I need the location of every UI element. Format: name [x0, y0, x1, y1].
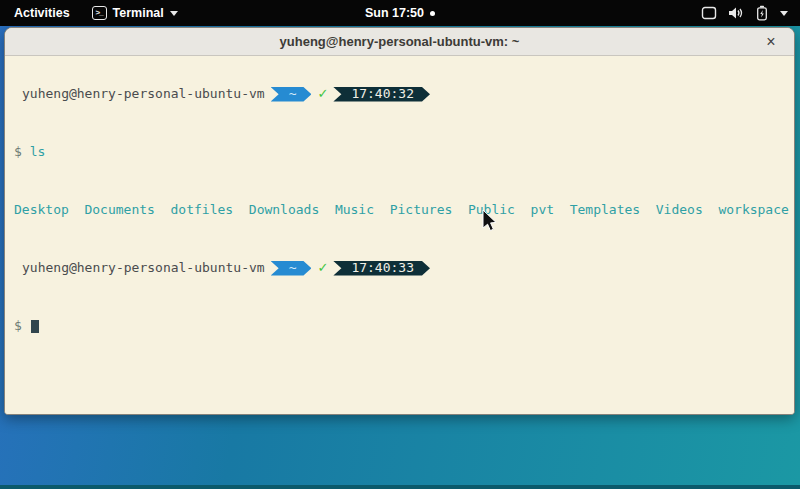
terminal-app-icon: >_: [92, 6, 107, 20]
window-titlebar[interactable]: yuheng@henry-personal-ubuntu-vm: ~ ×: [5, 28, 794, 56]
prompt-time-segment: 17:40:33: [333, 261, 430, 276]
notification-dot-icon: [430, 11, 435, 16]
prompt-time-segment: 17:40:32: [333, 87, 430, 102]
text-cursor: [31, 320, 39, 333]
clock-button[interactable]: Sun 17:50: [365, 6, 424, 20]
desktop-bottom-edge: [0, 485, 800, 489]
terminal-content[interactable]: yuheng@henry-personal-ubuntu-vm ~ ✓ 17:4…: [5, 56, 794, 415]
prompt-line: yuheng@henry-personal-ubuntu-vm ~ ✓ 17:4…: [14, 261, 792, 276]
prompt-path-segment: ~: [271, 87, 312, 102]
prompt-char: $: [14, 319, 22, 334]
activities-label: Activities: [14, 6, 70, 20]
volume-icon: [728, 6, 744, 20]
terminal-window: yuheng@henry-personal-ubuntu-vm: ~ × yuh…: [4, 27, 795, 415]
top-bar: Activities >_ Terminal Sun 17:50: [0, 0, 800, 26]
battery-charging-icon: [755, 5, 769, 21]
prompt-user: yuheng@henry-personal-ubuntu-vm: [22, 261, 265, 276]
prompt-status-check-icon: ✓: [317, 87, 328, 102]
command-line: $: [14, 319, 792, 334]
chevron-down-icon: [780, 11, 788, 16]
close-icon: ×: [766, 33, 775, 51]
terminal-app-label: Terminal: [113, 6, 164, 20]
command-text: ls: [30, 145, 46, 160]
activities-button[interactable]: Activities: [10, 0, 74, 26]
command-line: $ ls: [14, 145, 792, 160]
prompt-line: yuheng@henry-personal-ubuntu-vm ~ ✓ 17:4…: [14, 87, 792, 102]
system-tray[interactable]: [695, 0, 794, 26]
mouse-pointer-icon: [481, 209, 499, 233]
window-title: yuheng@henry-personal-ubuntu-vm: ~: [280, 34, 520, 49]
prompt-user: yuheng@henry-personal-ubuntu-vm: [22, 87, 265, 102]
prompt-status-check-icon: ✓: [317, 261, 328, 276]
chevron-down-icon: [170, 11, 178, 16]
terminal-app-menu[interactable]: >_ Terminal: [88, 0, 182, 26]
ls-output-line: Desktop Documents dotfiles Downloads Mus…: [14, 203, 792, 218]
display-icon: [701, 6, 717, 20]
prompt-path-segment: ~: [271, 261, 312, 276]
close-button[interactable]: ×: [758, 28, 784, 56]
prompt-char: $: [14, 145, 22, 160]
top-bar-left: Activities >_ Terminal: [0, 0, 182, 26]
